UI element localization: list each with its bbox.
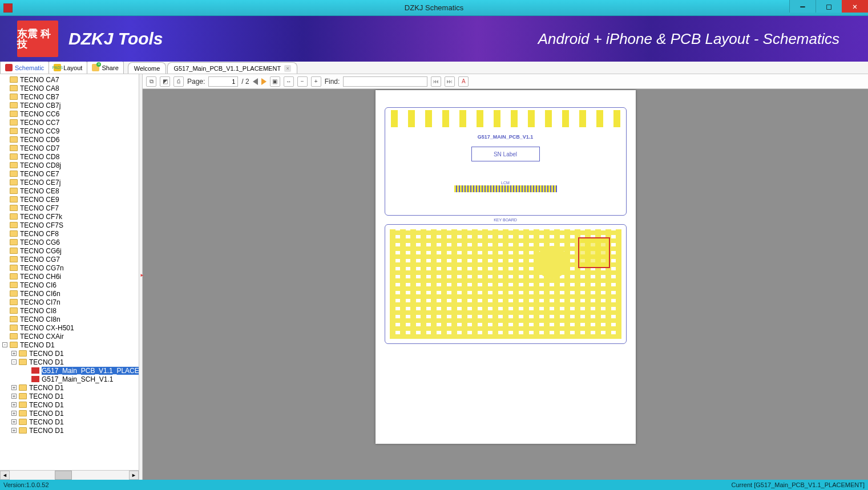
tab-share[interactable]: +Share: [87, 61, 123, 74]
document-tab[interactable]: Welcome: [128, 62, 167, 74]
tree-item[interactable]: TECNO CE7: [1, 169, 139, 178]
tree-item[interactable]: G517_Main_SCH_V1.1: [1, 375, 139, 383]
tree-item[interactable]: TECNO CA8: [1, 84, 139, 92]
tree-item[interactable]: TECNO CI7n: [1, 298, 139, 306]
tree-item[interactable]: TECNO CE8: [1, 187, 139, 195]
tree-item[interactable]: TECNO CI6n: [1, 289, 139, 298]
expand-icon[interactable]: +: [11, 419, 17, 424]
fit-width-button[interactable]: ↔: [284, 76, 294, 87]
tree-item[interactable]: TECNO CF8: [1, 229, 139, 238]
tree-item[interactable]: +TECNO D1: [1, 426, 139, 435]
tree-item[interactable]: -TECNO D1: [1, 358, 139, 366]
snapshot-button[interactable]: ◩: [160, 76, 170, 87]
tree-item[interactable]: -TECNO D1: [1, 341, 139, 349]
tree-item[interactable]: TECNO CC6: [1, 110, 139, 118]
tree-item[interactable]: TECNO CI8n: [1, 315, 139, 323]
page-input[interactable]: [208, 76, 238, 87]
tree-item[interactable]: +TECNO D1: [1, 409, 139, 418]
tree-hscrollbar[interactable]: ◄ ►: [0, 470, 139, 480]
tree-item[interactable]: TECNO CG7n: [1, 264, 139, 272]
find-next-button[interactable]: ⏭: [445, 76, 455, 87]
tree-item[interactable]: TECNO CI6: [1, 281, 139, 289]
collapse-icon[interactable]: -: [11, 359, 17, 365]
copy-button[interactable]: ⧉: [146, 76, 156, 87]
tree-item[interactable]: TECNO CXAir: [1, 332, 139, 341]
tree-item[interactable]: TECNO CH6i: [1, 272, 139, 281]
tree-item[interactable]: +TECNO D1: [1, 392, 139, 400]
tree-item[interactable]: TECNO CB7: [1, 92, 139, 101]
tree-spacer: [2, 188, 7, 193]
tab-label: Schematic: [15, 64, 44, 71]
expand-icon[interactable]: +: [11, 428, 17, 433]
next-page-button[interactable]: [261, 78, 267, 85]
splitter-grip-icon: [140, 269, 142, 279]
zoom-out-button[interactable]: −: [297, 76, 308, 87]
expand-icon[interactable]: +: [11, 351, 17, 356]
tree-item[interactable]: TECNO CX-H501: [1, 323, 139, 332]
tab-schematic[interactable]: Schematic: [0, 61, 49, 74]
expand-icon[interactable]: +: [11, 394, 17, 399]
tree-item[interactable]: TECNO CG6j: [1, 246, 139, 255]
folder-icon: [19, 410, 27, 416]
tree-item-label: TECNO CE8: [20, 187, 59, 195]
print-button[interactable]: ⎙: [173, 76, 184, 87]
scroll-right-button[interactable]: ►: [129, 471, 139, 480]
tree-spacer: [2, 240, 7, 245]
expand-icon[interactable]: +: [11, 411, 17, 416]
tree-item[interactable]: +TECNO D1: [1, 383, 139, 392]
tree-item[interactable]: TECNO CG6: [1, 238, 139, 246]
tree-item[interactable]: TECNO CF7: [1, 204, 139, 212]
minimize-button[interactable]: —: [789, 0, 815, 13]
folder-icon: [10, 85, 18, 91]
zoom-in-button[interactable]: +: [311, 76, 321, 87]
tree-item[interactable]: TECNO CB7j: [1, 101, 139, 110]
tree-item[interactable]: TECNO CD7: [1, 144, 139, 152]
tree-item[interactable]: G517_Main_PCB_V1.1_PLACEMENT: [1, 366, 139, 375]
tree-item[interactable]: TECNO CF7S: [1, 221, 139, 229]
folder-icon: [10, 179, 18, 185]
tree-item[interactable]: TECNO CC9: [1, 127, 139, 135]
folder-icon: [10, 213, 18, 220]
tree-item[interactable]: TECNO CD8: [1, 152, 139, 161]
tree-item[interactable]: TECNO CC7: [1, 118, 139, 127]
scroll-left-button[interactable]: ◄: [0, 471, 10, 480]
collapse-icon[interactable]: -: [2, 342, 7, 347]
page-canvas[interactable]: G517_MAIN_PCB_V1.1 SN Label LCM KEY BOAR…: [143, 89, 868, 480]
tree-item[interactable]: TECNO CD6: [1, 135, 139, 144]
folder-icon: [10, 136, 18, 143]
scroll-thumb[interactable]: [55, 471, 72, 480]
scroll-track[interactable]: [10, 471, 129, 480]
find-prev-button[interactable]: ⏮: [431, 76, 441, 87]
expand-icon[interactable]: +: [11, 385, 17, 390]
tree-item[interactable]: +TECNO D1: [1, 400, 139, 409]
folder-icon: [19, 419, 27, 425]
tab-label: Layout: [63, 64, 82, 71]
tree-item[interactable]: TECNO CF7k: [1, 212, 139, 221]
document-tab[interactable]: G517_Main_PCB_V1.1_PLACEMENT×: [167, 62, 297, 74]
tree-spacer: [2, 128, 7, 133]
splitter[interactable]: [139, 74, 143, 480]
tree-item[interactable]: TECNO CE7j: [1, 178, 139, 187]
fit-page-button[interactable]: ▣: [270, 76, 280, 87]
tree-view[interactable]: TECNO CA7TECNO CA8TECNO CB7TECNO CB7jTEC…: [0, 74, 139, 470]
prev-page-button[interactable]: [253, 78, 258, 85]
maximize-button[interactable]: □: [815, 0, 842, 13]
tree-item[interactable]: +TECNO D1: [1, 349, 139, 358]
tree-item[interactable]: TECNO CI8: [1, 306, 139, 315]
tree-spacer: [2, 137, 7, 142]
tree-item-label: TECNO CI7n: [20, 298, 60, 306]
tree-item[interactable]: TECNO CG7: [1, 255, 139, 264]
expand-icon[interactable]: +: [11, 402, 17, 407]
tree-item[interactable]: TECNO CE9: [1, 195, 139, 204]
tab-layout[interactable]: PADSLayout: [49, 61, 87, 74]
tree-item[interactable]: +TECNO D1: [1, 418, 139, 426]
tree-spacer: [2, 205, 7, 210]
close-button[interactable]: ✕: [842, 0, 868, 13]
brand-title: DZKJ Tools: [68, 29, 163, 48]
tree-item[interactable]: TECNO CA7: [1, 75, 139, 84]
text-style-button[interactable]: A: [458, 76, 469, 87]
lcm-connector: [454, 185, 557, 192]
close-tab-icon[interactable]: ×: [284, 65, 291, 72]
find-input[interactable]: [343, 76, 427, 87]
tree-item[interactable]: TECNO CD8j: [1, 161, 139, 169]
